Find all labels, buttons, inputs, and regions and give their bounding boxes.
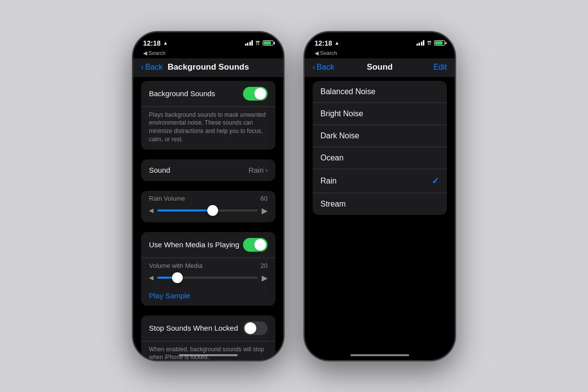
sound-list-section: Balanced Noise Bright Noise Dark Noise O… — [313, 81, 447, 215]
rain-volume-value: 60 — [261, 195, 268, 202]
sound-name-stream: Stream — [320, 200, 346, 209]
home-indicator-2 — [350, 354, 409, 356]
rain-volume-track: ◀ ▶ — [149, 206, 268, 215]
nav-bar-2: ‹ Back Sound Edit — [305, 58, 455, 77]
media-volume-value: 20 — [261, 262, 268, 269]
media-section: Use When Media Is Playing Volume with Me… — [141, 232, 275, 306]
back-chevron-icon-1: ‹ — [141, 63, 144, 72]
sound-name-ocean: Ocean — [320, 154, 343, 162]
signal-icon-1 — [245, 40, 253, 46]
use-when-media-label: Use When Media Is Playing — [149, 240, 239, 249]
wifi-icon-2: ⇈ — [427, 40, 432, 47]
sound-item-balanced-noise[interactable]: Balanced Noise — [313, 81, 447, 103]
back-chevron-icon-2: ‹ — [313, 63, 315, 72]
search-label-2: ◀ Search — [305, 50, 455, 58]
back-button-1[interactable]: ‹ Back — [141, 63, 163, 72]
sound-row[interactable]: Sound Rain › — [141, 159, 275, 181]
sound-name-bright-noise: Bright Noise — [320, 109, 363, 118]
sound-value: Rain › — [248, 166, 268, 174]
volume-high-icon-2: ▶ — [262, 273, 268, 283]
background-sounds-description: Plays background sounds to mask unwanted… — [141, 107, 275, 150]
lock-section: Stop Sounds When Locked When enabled, ba… — [141, 315, 275, 360]
search-label-1: ◀ Search — [133, 50, 283, 58]
background-sounds-label: Background Sounds — [149, 89, 215, 98]
location-icon-1: ▲ — [163, 40, 168, 46]
use-when-media-row: Use When Media Is Playing — [141, 232, 275, 258]
media-volume-bar[interactable] — [157, 277, 258, 279]
status-icons-1: ⇈ — [245, 40, 274, 47]
sound-item-bright-noise[interactable]: Bright Noise — [313, 103, 447, 125]
sound-item-ocean[interactable]: Ocean — [313, 147, 447, 169]
phone-background-sounds: 12:18 ▲ ⇈ ◀ Search — [132, 31, 284, 361]
sound-chevron-icon: › — [266, 167, 268, 174]
volume-low-icon-2: ◀ — [149, 274, 153, 281]
home-indicator-1 — [179, 354, 238, 356]
battery-icon-2 — [434, 40, 445, 46]
sound-item-dark-noise[interactable]: Dark Noise — [313, 125, 447, 147]
volume-high-icon-1: ▶ — [262, 206, 268, 215]
nav-bar-1: ‹ Back Background Sounds — [133, 58, 283, 77]
nav-title-1: Background Sounds — [168, 62, 249, 72]
media-volume-track: ◀ ▶ — [149, 273, 268, 283]
back-label-1: Back — [145, 63, 163, 72]
time-label-2: 12:18 — [315, 39, 332, 47]
sound-name-balanced-noise: Balanced Noise — [320, 87, 375, 96]
sound-item-stream[interactable]: Stream — [313, 193, 447, 215]
background-sounds-section: Background Sounds Plays background sound… — [141, 81, 275, 150]
sound-item-rain[interactable]: Rain ✓ — [313, 169, 447, 193]
play-sample-button[interactable]: Play Sample — [141, 289, 275, 306]
lock-label: Stop Sounds When Locked — [149, 324, 238, 332]
media-volume-slider-container: Volume with Media 20 ◀ ▶ — [141, 258, 275, 289]
back-label-2: Back — [317, 63, 334, 72]
lock-row: Stop Sounds When Locked — [141, 315, 275, 341]
sound-name-rain: Rain — [320, 177, 337, 185]
content-2: Balanced Noise Bright Noise Dark Noise O… — [305, 77, 455, 229]
content-1: Background Sounds Plays background sound… — [133, 77, 283, 360]
media-volume-thumb[interactable] — [172, 272, 183, 283]
nav-title-2: Sound — [367, 62, 393, 72]
use-when-media-toggle[interactable] — [243, 238, 268, 252]
background-sounds-toggle[interactable] — [243, 87, 268, 101]
status-icons-2: ⇈ — [416, 40, 445, 47]
rain-volume-label: Rain Volume — [149, 195, 185, 202]
status-bar-2: 12:18 ▲ ⇈ — [305, 32, 455, 50]
sound-label: Sound — [149, 166, 170, 174]
rain-volume-slider-container: Rain Volume 60 ◀ ▶ — [141, 191, 275, 222]
phone-sound: 12:18 ▲ ⇈ ◀ Search — [304, 31, 456, 361]
status-bar-1: 12:18 ▲ ⇈ — [133, 32, 283, 50]
sound-name-dark-noise: Dark Noise — [320, 131, 359, 140]
sound-section: Sound Rain › — [141, 159, 275, 181]
rain-checkmark-icon: ✓ — [432, 176, 439, 186]
battery-icon-1 — [263, 40, 273, 46]
wifi-icon-1: ⇈ — [255, 40, 260, 47]
signal-icon-2 — [416, 40, 425, 46]
volume-low-icon-1: ◀ — [149, 207, 153, 214]
lock-description: When enabled, background sounds will sto… — [141, 341, 275, 360]
edit-button[interactable]: Edit — [433, 63, 447, 72]
lock-toggle[interactable] — [243, 321, 268, 335]
rain-volume-thumb[interactable] — [207, 205, 218, 216]
back-button-2[interactable]: ‹ Back — [313, 63, 334, 72]
location-icon-2: ▲ — [335, 40, 340, 46]
time-label-1: 12:18 — [143, 39, 161, 47]
status-time-1: 12:18 ▲ — [143, 39, 168, 47]
volume-section: Rain Volume 60 ◀ ▶ — [141, 191, 275, 222]
media-volume-label: Volume with Media — [149, 262, 202, 269]
status-time-2: 12:18 ▲ — [315, 39, 340, 47]
background-sounds-row: Background Sounds — [141, 81, 275, 107]
rain-volume-bar[interactable] — [157, 209, 258, 211]
